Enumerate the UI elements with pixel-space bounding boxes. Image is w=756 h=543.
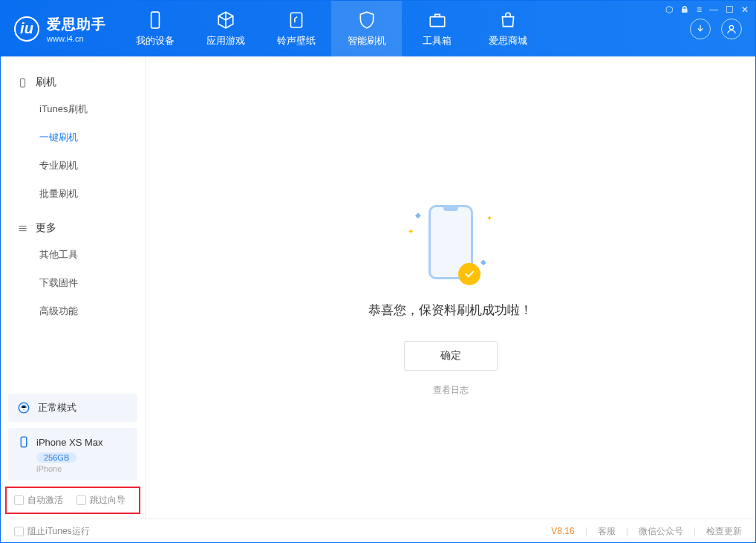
shield-icon <box>357 10 377 30</box>
app-title: 爱思助手 <box>47 15 106 34</box>
svg-point-3 <box>729 25 733 29</box>
view-log-link[interactable]: 查看日志 <box>433 384 469 397</box>
music-icon <box>287 10 306 30</box>
window-controls: ⬡ 🔒︎ ≡ — ☐ ✕ <box>665 4 749 15</box>
mode-label: 正常模式 <box>38 401 76 414</box>
check-badge-icon <box>458 263 480 285</box>
mode-card[interactable]: 正常模式 <box>8 394 137 422</box>
briefcase-icon <box>428 10 447 30</box>
tab-ringtones[interactable]: 铃声壁纸 <box>261 1 331 56</box>
sidebar-head-label: 更多 <box>36 221 56 235</box>
sync-icon <box>17 401 30 414</box>
svg-rect-2 <box>430 16 445 26</box>
lock-icon[interactable]: 🔒︎ <box>680 4 689 15</box>
checkbox-icon <box>76 495 86 505</box>
checkbox-label: 自动激活 <box>27 494 63 507</box>
tab-my-device[interactable]: 我的设备 <box>120 1 190 56</box>
app-logo: iu 爱思助手 www.i4.cn <box>1 1 120 56</box>
tab-smart-flash[interactable]: 智能刷机 <box>331 1 402 56</box>
tab-toolbox[interactable]: 工具箱 <box>402 1 472 56</box>
options-highlight: 自动激活 跳过向导 <box>5 487 140 514</box>
sidebar-item-pro-flash[interactable]: 专业刷机 <box>1 152 145 180</box>
user-button[interactable] <box>721 19 742 39</box>
svg-rect-4 <box>20 78 25 86</box>
header: iu 爱思助手 www.i4.cn 我的设备 应用游戏 铃声壁纸 智能刷机 工具… <box>1 1 755 56</box>
sidebar-item-oneclick-flash[interactable]: 一键刷机 <box>1 123 145 152</box>
sidebar: 刷机 iTunes刷机 一键刷机 专业刷机 批量刷机 更多 其他工具 下载固件 … <box>1 56 146 518</box>
maximize-icon[interactable]: ☐ <box>726 4 734 15</box>
checkbox-block-itunes[interactable]: 阻止iTunes运行 <box>14 525 90 538</box>
footer-support-link[interactable]: 客服 <box>598 525 616 538</box>
menu-icon[interactable]: ≡ <box>697 4 702 15</box>
download-button[interactable] <box>690 19 711 39</box>
tab-apps-games[interactable]: 应用游戏 <box>190 1 261 56</box>
device-name-label: iPhone XS Max <box>36 437 103 448</box>
sidebar-item-itunes-flash[interactable]: iTunes刷机 <box>1 95 145 123</box>
tab-store[interactable]: 爱思商城 <box>472 1 543 56</box>
success-illustration: ✦ ◆ ✦ ◆ <box>428 205 473 279</box>
svg-rect-6 <box>21 437 27 447</box>
device-type-label: iPhone <box>36 464 128 473</box>
tab-label: 智能刷机 <box>348 34 386 48</box>
phone-icon <box>146 10 165 30</box>
ok-button[interactable]: 确定 <box>404 341 498 371</box>
main-tabs: 我的设备 应用游戏 铃声壁纸 智能刷机 工具箱 爱思商城 <box>120 1 677 56</box>
sidebar-item-download-firmware[interactable]: 下载固件 <box>1 269 145 297</box>
app-subtitle: www.i4.cn <box>47 34 106 43</box>
svg-rect-0 <box>151 12 159 28</box>
device-card[interactable]: iPhone XS Max 256GB iPhone <box>8 428 137 481</box>
close-icon[interactable]: ✕ <box>741 4 749 15</box>
footer-wechat-link[interactable]: 微信公众号 <box>639 525 683 538</box>
sidebar-item-advanced[interactable]: 高级功能 <box>1 297 145 325</box>
logo-icon: iu <box>14 16 39 42</box>
device-storage-badge: 256GB <box>36 452 76 463</box>
version-label: V8.16 <box>551 526 574 536</box>
tab-label: 我的设备 <box>136 34 175 48</box>
bag-icon <box>498 10 518 30</box>
checkbox-skip-guide[interactable]: 跳过向导 <box>76 494 126 507</box>
sidebar-head-flash[interactable]: 刷机 <box>1 70 145 95</box>
list-icon <box>17 223 28 234</box>
device-icon <box>17 77 28 88</box>
svg-rect-1 <box>290 13 302 27</box>
sidebar-head-more[interactable]: 更多 <box>1 215 145 241</box>
tab-label: 工具箱 <box>423 34 452 48</box>
tab-label: 铃声壁纸 <box>277 34 316 48</box>
checkbox-icon <box>14 527 24 536</box>
sidebar-head-label: 刷机 <box>36 76 56 89</box>
cube-icon <box>216 10 235 30</box>
sidebar-item-batch-flash[interactable]: 批量刷机 <box>1 180 145 208</box>
sidebar-group-flash: 刷机 iTunes刷机 一键刷机 专业刷机 批量刷机 <box>1 70 145 208</box>
minimize-icon[interactable]: — <box>709 4 718 15</box>
footer-update-link[interactable]: 检查更新 <box>706 525 742 538</box>
tab-label: 爱思商城 <box>489 34 527 48</box>
checkbox-icon <box>14 495 24 505</box>
checkbox-auto-activate[interactable]: 自动激活 <box>14 494 63 507</box>
shirt-icon[interactable]: ⬡ <box>665 4 673 15</box>
checkbox-label: 跳过向导 <box>90 494 126 507</box>
phone-small-icon <box>17 435 30 449</box>
checkbox-label: 阻止iTunes运行 <box>27 525 90 538</box>
sidebar-group-more: 更多 其他工具 下载固件 高级功能 <box>1 215 145 325</box>
tab-label: 应用游戏 <box>206 34 245 48</box>
main-content: ✦ ◆ ✦ ◆ 恭喜您，保资料刷机成功啦！ 确定 查看日志 <box>146 56 755 518</box>
success-message: 恭喜您，保资料刷机成功啦！ <box>368 302 532 319</box>
footer: 阻止iTunes运行 V8.16 | 客服 | 微信公众号 | 检查更新 <box>1 518 755 543</box>
sidebar-item-other-tools[interactable]: 其他工具 <box>1 241 145 269</box>
